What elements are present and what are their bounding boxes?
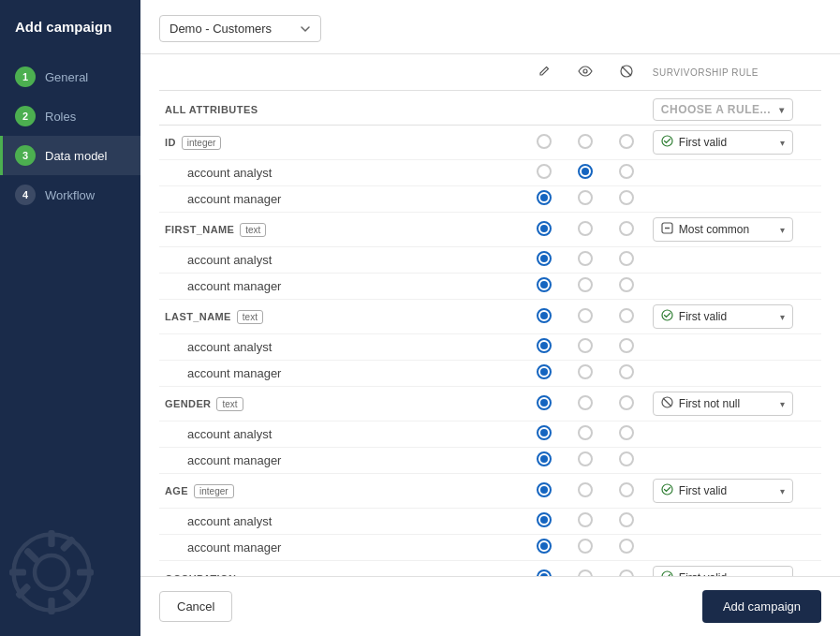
radio-button[interactable]: [537, 134, 552, 149]
radio-button[interactable]: [537, 451, 552, 466]
svg-point-1: [35, 555, 68, 589]
step-number-2: 2: [15, 106, 36, 126]
radio-button[interactable]: [578, 164, 593, 179]
rule-select[interactable]: First valid▾: [653, 566, 793, 576]
radio-button[interactable]: [578, 277, 593, 292]
field-label: GENDERtext: [159, 387, 523, 422]
chevron-down-icon: ▾: [780, 312, 785, 322]
sub-row: account analyst: [159, 334, 821, 361]
radio-button[interactable]: [537, 221, 552, 236]
radio-button[interactable]: [537, 539, 552, 554]
chevron-down-icon: ▾: [780, 225, 785, 235]
sub-row: account analyst: [159, 247, 821, 274]
radio-button[interactable]: [537, 251, 552, 266]
radio-button[interactable]: [537, 308, 552, 323]
rule-select[interactable]: Most common▾: [653, 217, 793, 242]
radio-button[interactable]: [578, 338, 593, 353]
field-row-gender: GENDERtextFirst not null▾: [159, 387, 821, 422]
gear-decoration: [9, 530, 94, 617]
radio-button[interactable]: [619, 221, 634, 236]
radio-button[interactable]: [578, 539, 593, 554]
step-number-1: 1: [15, 67, 36, 87]
cancel-button[interactable]: Cancel: [159, 591, 232, 622]
radio-button[interactable]: [619, 308, 634, 323]
radio-button[interactable]: [619, 569, 634, 577]
radio-button[interactable]: [537, 277, 552, 292]
rule-select[interactable]: Choose a rule...▾: [653, 98, 793, 121]
radio-button[interactable]: [537, 395, 552, 410]
radio-button[interactable]: [578, 395, 593, 410]
radio-button[interactable]: [619, 164, 634, 179]
radio-button[interactable]: [578, 190, 593, 205]
radio-button[interactable]: [537, 569, 552, 577]
sidebar-item-roles[interactable]: 2 Roles: [0, 96, 140, 136]
field-row-id: IDintegerFirst valid▾: [159, 126, 821, 160]
sub-row-label: account manager: [159, 535, 523, 561]
radio-button[interactable]: [578, 221, 593, 236]
radio-button[interactable]: [537, 338, 552, 353]
radio-button[interactable]: [578, 451, 593, 466]
sub-row-label: account analyst: [159, 509, 523, 535]
sidebar: Add campaign 1 General 2 Roles 3 Data mo…: [0, 0, 140, 636]
field-label: AGEinteger: [159, 474, 523, 509]
svg-rect-6: [23, 547, 40, 564]
radio-button[interactable]: [619, 277, 634, 292]
step-number-3: 3: [15, 145, 36, 166]
sub-row-label: account analyst: [159, 334, 523, 361]
chevron-down-icon: ▾: [780, 138, 785, 148]
rule-select[interactable]: First valid▾: [653, 479, 793, 503]
radio-button[interactable]: [619, 395, 634, 410]
radio-button[interactable]: [537, 425, 552, 440]
dataset-select[interactable]: Demo - Customers: [159, 15, 321, 42]
radio-button[interactable]: [578, 134, 593, 149]
rule-label: First valid: [679, 310, 774, 323]
rule-label: Most common: [679, 223, 774, 236]
rule-select[interactable]: First valid▾: [653, 130, 793, 155]
rule-select[interactable]: First valid▾: [653, 304, 793, 329]
radio-button[interactable]: [578, 569, 593, 577]
radio-button[interactable]: [578, 364, 593, 379]
field-row-occupation: OCCUPATIONFirst valid▾: [159, 561, 821, 577]
sub-row: account analyst: [159, 509, 821, 535]
radio-button[interactable]: [578, 425, 593, 440]
radio-button[interactable]: [578, 308, 593, 323]
radio-button[interactable]: [578, 512, 593, 527]
radio-button[interactable]: [537, 482, 552, 497]
step-number-4: 4: [15, 185, 36, 205]
chevron-down-icon: ▾: [780, 486, 785, 496]
eye-icon: [578, 66, 593, 77]
all-attributes-row: ALL ATTRIBUTES Choose a rule...▾: [159, 91, 821, 126]
radio-button[interactable]: [619, 364, 634, 379]
svg-line-18: [663, 398, 671, 407]
field-row-last-name: LAST_NAMEtextFirst valid▾: [159, 300, 821, 334]
add-campaign-button[interactable]: Add campaign: [702, 590, 821, 623]
sidebar-item-data-model[interactable]: 3 Data model: [0, 136, 140, 175]
radio-button[interactable]: [537, 512, 552, 527]
radio-button[interactable]: [537, 190, 552, 205]
radio-button[interactable]: [619, 451, 634, 466]
radio-button[interactable]: [619, 539, 634, 554]
radio-button[interactable]: [619, 512, 634, 527]
edit-column-header: [523, 54, 565, 91]
svg-point-13: [662, 136, 672, 146]
sub-row-label: account manager: [159, 361, 523, 387]
radio-button[interactable]: [537, 364, 552, 379]
radio-button[interactable]: [537, 164, 552, 179]
rule-select[interactable]: First not null▾: [653, 392, 793, 416]
sidebar-item-workflow[interactable]: 4 Workflow: [0, 175, 140, 214]
radio-button[interactable]: [578, 482, 593, 497]
radio-button[interactable]: [619, 482, 634, 497]
sub-row-label: account manager: [159, 274, 523, 300]
sub-row: account manager: [159, 274, 821, 300]
radio-button[interactable]: [578, 251, 593, 266]
radio-button[interactable]: [619, 338, 634, 353]
rule-icon: [661, 222, 673, 237]
sidebar-item-general[interactable]: 1 General: [0, 57, 140, 96]
radio-button[interactable]: [619, 251, 634, 266]
radio-button[interactable]: [619, 190, 634, 205]
dataset-label: Demo - Customers: [169, 22, 272, 36]
radio-button[interactable]: [619, 134, 634, 149]
svg-rect-9: [62, 588, 79, 605]
radio-button[interactable]: [619, 425, 634, 440]
all-attributes-label: ALL ATTRIBUTES: [159, 91, 523, 126]
